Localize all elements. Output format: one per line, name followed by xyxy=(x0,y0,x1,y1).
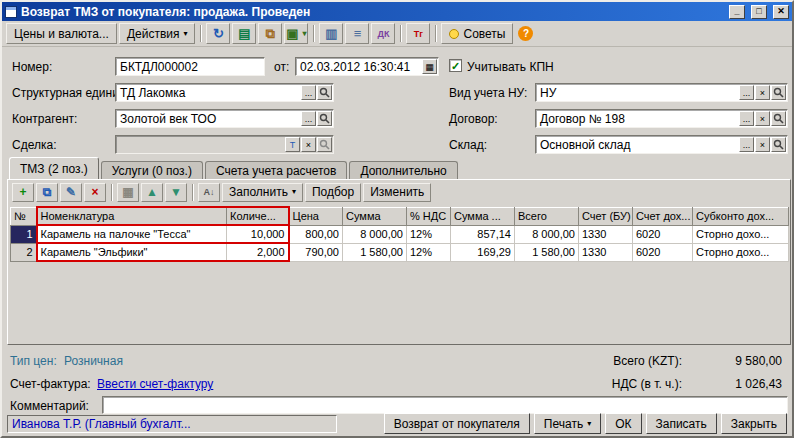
cell[interactable]: 1 580,00 xyxy=(343,243,407,261)
add-row-icon[interactable]: + xyxy=(12,183,34,202)
return-from-buyer-button[interactable]: Возврат от покупателя xyxy=(384,413,530,434)
struct-unit-input[interactable]: ТД Лакомка ... xyxy=(115,83,334,102)
cell[interactable]: Карамель "Эльфики" xyxy=(37,243,227,261)
select-button[interactable]: ... xyxy=(739,137,754,152)
cell[interactable]: 8 000,00 xyxy=(343,225,407,243)
column-header[interactable]: Номенклатура xyxy=(37,207,227,225)
save-button[interactable]: Записать xyxy=(646,413,717,434)
ok-button[interactable]: ОК xyxy=(605,413,641,434)
cell[interactable]: 8 000,00 xyxy=(515,225,579,243)
nu-kind-input[interactable]: НУ ... × xyxy=(535,83,788,102)
tab-services[interactable]: Услуги (0 поз.) xyxy=(101,161,203,179)
copy-row-icon[interactable]: ⧉ xyxy=(36,183,58,202)
cell[interactable]: 12% xyxy=(407,243,451,261)
actions-button[interactable]: Действия ▾ xyxy=(119,23,196,44)
close-button[interactable]: Закрыть xyxy=(721,413,787,434)
table-row[interactable]: 2Карамель "Эльфики"2,000790,001 580,0012… xyxy=(11,243,789,261)
deal-type-button[interactable]: Т xyxy=(285,137,300,152)
cell[interactable]: 12% xyxy=(407,225,451,243)
table-row[interactable]: 1Карамель на палочке "Тесса"10,000800,00… xyxy=(11,225,789,243)
move-up-icon[interactable]: ▲ xyxy=(141,183,163,202)
cell[interactable]: 6020 xyxy=(633,243,693,261)
post-document-icon[interactable]: ▤ xyxy=(232,23,256,44)
related-documents-icon[interactable]: ≡ xyxy=(345,23,369,44)
move-down-icon[interactable]: ▼ xyxy=(165,183,187,202)
column-header[interactable]: Сумма ... xyxy=(451,207,515,225)
column-header[interactable]: Сумма xyxy=(343,207,407,225)
cell[interactable]: 10,000 xyxy=(227,225,289,243)
warehouse-input[interactable]: Основной склад ... × xyxy=(535,135,788,154)
column-header[interactable]: Всего xyxy=(515,207,579,225)
cell[interactable]: Карамель на палочке "Тесса" xyxy=(37,225,227,243)
column-header[interactable]: Субконто дох... xyxy=(693,207,789,225)
column-header[interactable]: Счет (БУ) xyxy=(579,207,633,225)
enter-invoice-link[interactable]: Ввести счет-фактуру xyxy=(97,377,213,391)
row-number[interactable]: 1 xyxy=(11,225,37,243)
refresh-icon[interactable]: ↻ xyxy=(206,23,230,44)
help-icon[interactable]: ? xyxy=(518,26,533,41)
select-button[interactable]: ... xyxy=(301,111,316,126)
search-icon[interactable] xyxy=(771,137,786,152)
search-icon[interactable] xyxy=(317,85,332,100)
journal-icon[interactable]: ▥ xyxy=(319,23,343,44)
search-icon[interactable] xyxy=(317,111,332,126)
cell[interactable]: 790,00 xyxy=(289,243,343,261)
cell[interactable]: Сторно дохо... xyxy=(693,225,789,243)
fill-button[interactable]: Заполнить▾ xyxy=(222,183,303,202)
cell[interactable]: 169,29 xyxy=(451,243,515,261)
toolbar-separator xyxy=(435,25,436,42)
number-input[interactable]: БКТДЛ000002 xyxy=(115,57,265,76)
prices-currency-button[interactable]: Цены и валюта... xyxy=(6,23,117,44)
tab-tmz[interactable]: ТМЗ (2 поз.) xyxy=(9,157,99,179)
edit-row-icon[interactable]: ✎ xyxy=(60,183,82,202)
search-icon[interactable] xyxy=(317,137,332,152)
deal-input[interactable]: Т × xyxy=(115,135,334,154)
change-button-label: Изменить xyxy=(370,185,424,199)
pick-button[interactable]: Подбор xyxy=(305,183,361,202)
counterparty-input[interactable]: Золотой век ТОО ... xyxy=(115,109,334,128)
maximize-button[interactable]: □ xyxy=(751,5,767,19)
tab-additional[interactable]: Дополнительно xyxy=(349,161,457,179)
advice-button[interactable]: Советы xyxy=(441,23,513,44)
sort-icon[interactable]: А↓ xyxy=(198,183,220,202)
cell[interactable]: 857,14 xyxy=(451,225,515,243)
calendar-icon[interactable]: ▦ xyxy=(422,59,437,74)
search-icon[interactable] xyxy=(771,111,786,126)
clear-icon[interactable]: × xyxy=(755,111,770,126)
clear-icon[interactable]: × xyxy=(301,137,316,152)
minimize-button[interactable]: _ xyxy=(729,5,745,19)
column-header[interactable]: Счет дох... xyxy=(633,207,693,225)
cell[interactable]: Сторно дохо... xyxy=(693,243,789,261)
create-based-on-icon[interactable]: ▣▾ xyxy=(284,23,308,44)
column-header[interactable]: Количе... xyxy=(227,207,289,225)
reorder-icon[interactable]: ▦ xyxy=(117,183,139,202)
tenge-accounting-icon[interactable]: Тг xyxy=(406,23,430,44)
cell[interactable]: 1330 xyxy=(579,243,633,261)
cell[interactable]: 2,000 xyxy=(227,243,289,261)
tab-settlement-accounts[interactable]: Счета учета расчетов xyxy=(205,161,347,179)
column-header[interactable]: Цена xyxy=(289,207,343,225)
cell[interactable]: 1330 xyxy=(579,225,633,243)
cell[interactable]: 1 580,00 xyxy=(515,243,579,261)
register-records-icon[interactable]: ДК xyxy=(371,23,395,44)
select-button[interactable]: ... xyxy=(301,85,316,100)
contract-input[interactable]: Договор № 198 ... × xyxy=(535,109,788,128)
row-number[interactable]: 2 xyxy=(11,243,37,261)
select-button[interactable]: ... xyxy=(739,111,754,126)
column-header[interactable]: % НДС xyxy=(407,207,451,225)
clear-icon[interactable]: × xyxy=(755,85,770,100)
cell[interactable]: 800,00 xyxy=(289,225,343,243)
kpn-checkbox[interactable]: ✓ xyxy=(449,59,462,72)
delete-row-icon[interactable]: × xyxy=(84,183,106,202)
copy-document-icon[interactable]: ⧉ xyxy=(258,23,282,44)
change-button[interactable]: Изменить xyxy=(363,183,431,202)
column-header[interactable]: № xyxy=(11,207,37,225)
search-icon[interactable] xyxy=(771,85,786,100)
cell[interactable]: 6020 xyxy=(633,225,693,243)
clear-icon[interactable]: × xyxy=(755,137,770,152)
date-input[interactable]: 02.03.2012 16:30:41 ▦ xyxy=(295,57,439,76)
select-button[interactable]: ... xyxy=(739,85,754,100)
close-button[interactable]: ✕ xyxy=(773,5,789,19)
price-type-value[interactable]: Розничная xyxy=(64,354,123,368)
print-button[interactable]: Печать▾ xyxy=(534,413,601,434)
